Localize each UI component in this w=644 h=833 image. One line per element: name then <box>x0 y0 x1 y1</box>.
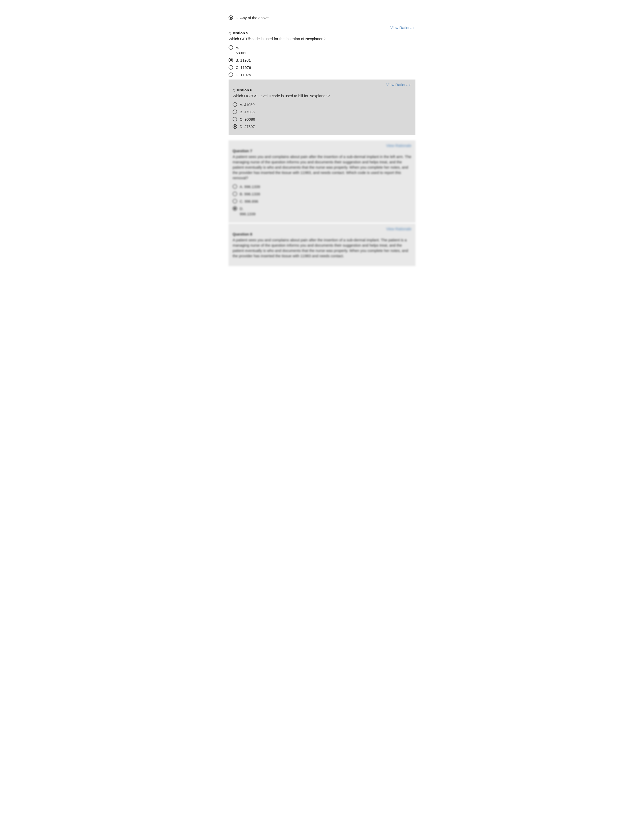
q6-answer-b-text: B. J7306 <box>240 109 254 114</box>
q7-answer-a: A. 996.1339 <box>233 184 411 189</box>
answer-label: D. Any of the above <box>236 15 269 21</box>
separator-1 <box>229 135 415 140</box>
question-7-title: Question 7 <box>233 149 411 153</box>
radio-icon-q6c <box>233 117 237 121</box>
radio-icon-q6d <box>233 124 237 129</box>
q6-answer-a-text: A. J1050 <box>240 102 254 107</box>
q6-answer-b[interactable]: B. J7306 <box>233 109 411 114</box>
q7-answer-b: B. 996.1339 <box>233 191 411 197</box>
radio-icon-q6a <box>233 102 237 107</box>
q6-answer-c-text: C. 90686 <box>240 117 255 122</box>
q5-answer-d[interactable]: D. 11975 <box>229 72 415 77</box>
q7-answer-b-text: B. 996.1339 <box>240 191 260 197</box>
q6-answer-d-text: D. J7307 <box>240 124 255 129</box>
radio-icon-q7a <box>233 184 237 189</box>
q5-answer-c-text: C. 11976 <box>236 65 251 70</box>
q5-answer-b[interactable]: B. 11981 <box>229 58 415 63</box>
question-6-header-row: View Rationale <box>233 82 411 87</box>
q5-answer-c[interactable]: C. 11976 <box>229 65 415 70</box>
radio-icon-q7d <box>233 206 237 211</box>
q7-answer-d-text: D.996.1339 <box>240 206 256 217</box>
radio-icon-q5d <box>229 72 233 77</box>
question-8-header-row: View Rationale <box>233 227 411 231</box>
question-7-text: A patient sees you and complains about p… <box>233 154 411 180</box>
q7-answer-c: C. 996.896 <box>233 199 411 204</box>
view-rationale-q7: View Rationale <box>386 143 411 148</box>
q6-answer-c[interactable]: C. 90686 <box>233 117 411 122</box>
view-rationale-q6[interactable]: View Rationale <box>386 82 411 87</box>
q7-answer-a-text: A. 996.1339 <box>240 184 260 189</box>
view-rationale-q5[interactable]: View Rationale <box>390 26 415 30</box>
radio-selected-icon <box>229 15 233 20</box>
partial-answer-block: D. Any of the above <box>229 15 415 21</box>
radio-icon-q5a <box>229 45 233 50</box>
q7-answer-d: D.996.1339 <box>233 206 411 217</box>
radio-icon-q6b <box>233 109 237 114</box>
question-5-header-row: View Rationale <box>229 26 415 30</box>
radio-icon-q5c <box>229 65 233 70</box>
question-5-block: View Rationale Question 5 Which CPT® cod… <box>229 26 415 77</box>
question-6-rationale-section: View Rationale Question 6 Which HCPCS Le… <box>229 79 415 135</box>
question-8-text: A patient sees you and complains about p… <box>233 237 411 259</box>
question-5-title: Question 5 <box>229 31 415 35</box>
radio-icon-q5b <box>229 58 233 62</box>
question-8-blurred-section: View Rationale Question 8 A patient sees… <box>229 224 415 266</box>
q5-answer-a[interactable]: A. 58301 <box>229 45 415 56</box>
question-6-title: Question 6 <box>233 88 411 92</box>
q6-answer-a[interactable]: A. J1050 <box>233 102 411 107</box>
q5-answer-b-text: B. 11981 <box>236 58 251 63</box>
q6-answer-d[interactable]: D. J7307 <box>233 124 411 129</box>
radio-icon-q7c <box>233 199 237 203</box>
question-7-header-row: View Rationale <box>233 143 411 148</box>
radio-icon-q7b <box>233 191 237 196</box>
question-6-text: Which HCPCS Level II code is used to bil… <box>233 93 411 98</box>
question-8-title: Question 8 <box>233 232 411 236</box>
view-rationale-q8: View Rationale <box>386 227 411 231</box>
question-7-blurred-section: View Rationale Question 7 A patient sees… <box>229 140 415 223</box>
question-5-text: Which CPT® code is used for the insertio… <box>229 36 415 42</box>
q5-answer-d-text: D. 11975 <box>236 72 251 77</box>
q5-answer-a-text: A. 58301 <box>236 45 246 56</box>
q7-answer-c-text: C. 996.896 <box>240 199 258 204</box>
answer-option-d-above: D. Any of the above <box>229 15 415 21</box>
